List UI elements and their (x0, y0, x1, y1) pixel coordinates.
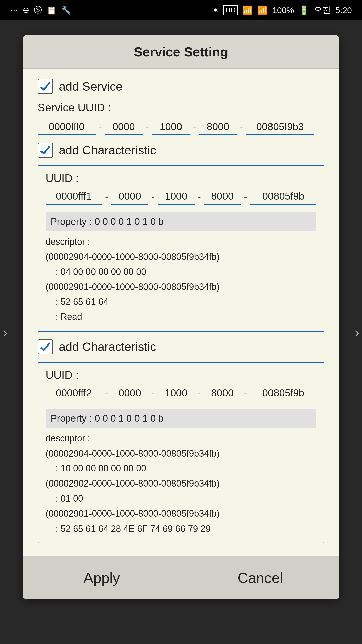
signal-icon: 📶 (257, 5, 268, 15)
char2-uuid-label: UUID : (46, 369, 316, 381)
service-uuid-part2[interactable] (105, 119, 143, 135)
char1-sep-1: - (105, 191, 108, 203)
char1-uuid-part3[interactable] (158, 189, 195, 205)
char1-descriptor: descriptor : (00002904-0000-1000-8000-00… (46, 235, 316, 324)
char1-uuid-part2[interactable] (111, 189, 148, 205)
dialog-buttons: Apply Cancel (23, 556, 339, 599)
uuid-sep-1: - (99, 122, 102, 133)
char2-uuid-part4[interactable] (204, 385, 241, 401)
char1-uuid-row: - - - - (46, 189, 316, 205)
char1-sep-3: - (198, 191, 201, 203)
service-uuid-label: Service UUID : (38, 101, 324, 114)
dialog-title: Service Setting (23, 35, 339, 69)
uuid-sep-2: - (146, 122, 149, 133)
add-service-label: add Service (59, 79, 122, 93)
service-uuid-part3[interactable] (152, 119, 190, 135)
char2-sep-1: - (105, 388, 108, 399)
add-characteristic-1-checkbox[interactable] (38, 143, 53, 158)
char2-uuid-part3[interactable] (158, 385, 195, 401)
wifi-icon: 📶 (242, 5, 253, 15)
bluetooth-icon: ✶ (212, 5, 219, 15)
battery-text: 100% (272, 5, 294, 15)
add-characteristic-2-row[interactable]: add Characteristic (38, 339, 324, 354)
char2-sep-3: - (198, 388, 201, 399)
service-setting-dialog: Service Setting add Service Service UUID… (23, 35, 339, 599)
add-characteristic-1-row[interactable]: add Characteristic (38, 143, 324, 158)
char2-uuid-part2[interactable] (111, 385, 148, 401)
checkbox-checkmark (40, 145, 51, 156)
add-characteristic-2-label: add Characteristic (59, 340, 156, 354)
hd-icon: HD (223, 5, 237, 15)
battery-icon: 🔋 (299, 5, 309, 15)
char2-sep-2: - (151, 388, 155, 399)
service-uuid-row: - - - - (38, 119, 324, 135)
time: 5:20 (335, 5, 352, 15)
char2-descriptor: descriptor : (00002904-0000-1000-8000-00… (46, 431, 316, 536)
status-icons-left: ⋯ ⊖ Ⓢ 📋 🔧 (10, 5, 71, 16)
char2-uuid-row: - - - - (46, 385, 316, 401)
char1-uuid-label: UUID : (46, 172, 316, 185)
char1-property: Property : 0 0 0 0 1 0 1 0 b (46, 212, 316, 231)
nav-left-arrow[interactable]: › (3, 324, 8, 341)
add-characteristic-2-checkbox[interactable] (38, 339, 53, 354)
wrench-icon: 🔧 (61, 5, 71, 15)
characteristic-1-box: UUID : - - - - Property : 0 0 0 0 1 0 1 … (38, 165, 324, 332)
add-characteristic-1-label: add Characteristic (59, 143, 156, 157)
s-icon: Ⓢ (34, 5, 42, 16)
characteristic-2-box: UUID : - - - - Property : 0 0 0 1 0 0 1 … (38, 362, 324, 544)
cancel-button[interactable]: Cancel (181, 556, 340, 599)
char1-uuid-part4[interactable] (204, 189, 241, 205)
checkbox-checkmark (40, 341, 51, 352)
add-service-checkbox[interactable] (38, 79, 53, 94)
screenshot-icon: 📋 (47, 5, 57, 15)
checkbox-checkmark (40, 81, 51, 92)
char2-sep-4: - (244, 388, 247, 399)
char1-sep-2: - (151, 191, 155, 203)
apply-button[interactable]: Apply (23, 556, 181, 599)
minus-circle-icon: ⊖ (23, 5, 29, 15)
uuid-sep-4: - (240, 122, 243, 133)
char1-uuid-part1[interactable] (46, 189, 102, 205)
char1-sep-4: - (244, 191, 247, 203)
nav-right-arrow[interactable]: › (354, 324, 359, 341)
uuid-sep-3: - (193, 122, 196, 133)
service-uuid-part4[interactable] (199, 119, 237, 135)
dialog-content: add Service Service UUID : - - - - a (23, 69, 339, 556)
dialog-overlay: Service Setting add Service Service UUID… (0, 20, 362, 644)
char2-uuid-part5[interactable] (250, 385, 316, 401)
service-uuid-part5[interactable] (246, 119, 314, 135)
am-pm: 오전 (314, 4, 331, 16)
status-bar: ⋯ ⊖ Ⓢ 📋 🔧 ✶ HD 📶 📶 100% 🔋 오전 5:20 (0, 0, 362, 20)
char2-property: Property : 0 0 0 1 0 0 1 0 b (46, 409, 316, 428)
char1-uuid-part5[interactable] (250, 189, 316, 205)
status-icons-right: ✶ HD 📶 📶 100% 🔋 오전 5:20 (212, 4, 352, 16)
add-service-row[interactable]: add Service (38, 79, 324, 94)
menu-icon: ⋯ (10, 5, 18, 15)
char2-uuid-part1[interactable] (46, 385, 102, 401)
service-uuid-part1[interactable] (38, 119, 96, 135)
